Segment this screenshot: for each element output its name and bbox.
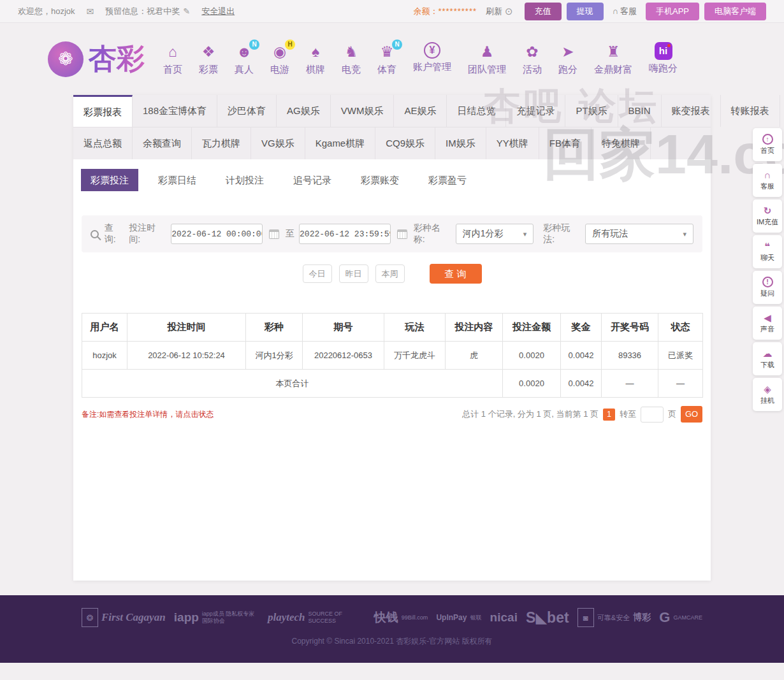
lottery-select[interactable]: 河内1分彩 ▾: [456, 224, 534, 244]
play-type-select[interactable]: 所有玩法 ▾: [585, 224, 693, 244]
nav-item-sports[interactable]: N ♛ 体育: [369, 42, 405, 76]
goto-label: 转至: [620, 409, 636, 420]
col-content: 投注内容: [446, 314, 503, 342]
cell-lottery: 河内1分彩: [246, 342, 303, 370]
tab-deposit-records[interactable]: 充提记录: [506, 95, 565, 127]
tab-kgame[interactable]: Kgame棋牌: [305, 127, 376, 159]
nav-item-egame[interactable]: H ◉ 电游: [262, 42, 298, 76]
withdraw-button[interactable]: 提现: [567, 3, 604, 20]
sidebar-item-chat[interactable]: ❝ 聊天: [753, 235, 782, 268]
meta-row: 备注:如需查看投注单详情，请点击状态 总计 1 个记录, 分为 1 页, 当前第…: [82, 406, 702, 423]
col-bet-time: 投注时间: [127, 314, 246, 342]
nav-item-wealth[interactable]: ♜ 金鼎财富: [586, 42, 641, 76]
tab-yy[interactable]: YY棋牌: [486, 127, 539, 159]
nav-item-paofen[interactable]: ➤ 跑分: [550, 42, 586, 76]
pc-client-button[interactable]: 电脑客户端: [704, 3, 766, 20]
nav-item-esports[interactable]: ♞ 电竞: [333, 42, 369, 76]
nav-item-hipaofen[interactable]: hi 嗨跑分: [641, 42, 686, 76]
goto-page-input[interactable]: [641, 407, 664, 423]
coin-icon: ¥: [424, 42, 440, 59]
tab-transfer-report[interactable]: 转账报表: [721, 95, 780, 127]
gift-icon: ✿: [526, 42, 538, 61]
go-button[interactable]: GO: [681, 406, 702, 423]
esports-icon: ♞: [345, 42, 358, 61]
logout-link[interactable]: 安全退出: [201, 6, 235, 17]
tab-ag[interactable]: AG娱乐: [277, 95, 331, 127]
sidebar-item-question[interactable]: ! 疑问: [753, 271, 782, 304]
tab-ae[interactable]: AE娱乐: [394, 95, 447, 127]
tab-vg[interactable]: VG娱乐: [251, 127, 305, 159]
customer-service-link[interactable]: ∩ 客服: [613, 6, 637, 17]
nav-item-team[interactable]: ♟ 团队管理: [460, 42, 514, 76]
tab-pt[interactable]: PT娱乐: [565, 95, 618, 127]
tab-cq9[interactable]: CQ9娱乐: [375, 127, 435, 159]
tab-bbin[interactable]: BBIN: [618, 95, 662, 127]
current-page-button[interactable]: 1: [603, 409, 615, 421]
calendar-icon[interactable]: [397, 229, 407, 239]
cell-bet-time: 2022-06-12 10:52:24: [127, 342, 246, 370]
tab-188bet[interactable]: 188金宝博体育: [133, 95, 217, 127]
tab-saba[interactable]: 沙巴体育: [217, 95, 277, 127]
subtab-lottery-change[interactable]: 彩票账变: [351, 169, 409, 191]
subtab-lottery-bets[interactable]: 彩票投注: [81, 169, 138, 191]
sidebar-item-home[interactable]: ↑ 首页: [753, 128, 782, 161]
today-button[interactable]: 今日: [303, 264, 332, 283]
tab-wali[interactable]: 瓦力棋牌: [192, 127, 251, 159]
tab-rebate-total[interactable]: 返点总额: [73, 127, 133, 159]
calendar-icon[interactable]: [269, 229, 279, 239]
tab-vwm[interactable]: VWM娱乐: [331, 95, 395, 127]
refresh-link[interactable]: 刷新: [486, 6, 502, 17]
site-logo[interactable]: ❁ 杏彩: [48, 40, 145, 78]
subtab-plan-bets[interactable]: 计划投注: [216, 169, 273, 191]
yesterday-button[interactable]: 昨日: [339, 264, 368, 283]
nav-item-lottery[interactable]: ❖ 彩票: [191, 42, 226, 76]
subtab-lottery-pnl[interactable]: 彩票盈亏: [419, 169, 476, 191]
tab-balance-query[interactable]: 余额查询: [133, 127, 192, 159]
nav-item-promo[interactable]: ✿ 活动: [514, 42, 550, 76]
main-nav: ⌂ 首页 ❖ 彩票 N ☻ 真人 H ◉ 电游 ♠ 棋牌 ♞: [155, 42, 686, 76]
cell-issue: 20220612-0653: [303, 342, 384, 370]
ticket-icon: ❖: [202, 42, 215, 61]
subtab-lottery-daily[interactable]: 彩票日结: [149, 169, 206, 191]
sidebar-item-idle[interactable]: ◈ 挂机: [753, 378, 782, 411]
cell-amount: 0.0020: [503, 342, 561, 370]
time-to-input[interactable]: [299, 224, 391, 244]
nav-item-home[interactable]: ⌂ 首页: [155, 42, 191, 76]
cell-prize: 0.0042: [561, 342, 602, 370]
week-button[interactable]: 本周: [375, 264, 405, 283]
subtab-chase-records[interactable]: 追号记录: [284, 169, 341, 191]
tab-im[interactable]: IM娱乐: [435, 127, 486, 159]
home-arrow-icon: ↑: [762, 134, 773, 145]
footer-logo-first-cagayan: ❂ First Cagayan: [82, 608, 166, 627]
sidebar-item-download[interactable]: ☁ 下载: [753, 342, 782, 375]
search-button[interactable]: 查 询: [430, 264, 482, 284]
tab-lottery-report[interactable]: 彩票报表: [73, 95, 133, 127]
button-row: 今日 昨日 本周 查 询: [73, 264, 711, 284]
nav-item-live[interactable]: N ☻ 真人: [226, 42, 262, 76]
tab-account-change[interactable]: 账变报表: [662, 95, 721, 127]
recharge-button[interactable]: 充值: [525, 3, 562, 20]
mail-icon[interactable]: ✉: [87, 6, 94, 17]
tab-daily-summary[interactable]: 日结总览: [447, 95, 506, 127]
bet-time-label: 投注时间:: [129, 222, 166, 245]
col-lottery: 彩种: [246, 314, 303, 342]
sidebar-item-sound[interactable]: ◀ 声音: [753, 307, 782, 340]
time-from-input[interactable]: [171, 224, 263, 244]
pagination-summary: 总计 1 个记录, 分为 1 页, 当前第 1 页: [462, 409, 599, 420]
tab-tetu[interactable]: 特兔棋牌: [592, 127, 651, 159]
mobile-app-button[interactable]: 手机APP: [646, 3, 699, 20]
nav-item-account[interactable]: ¥ 账户管理: [405, 42, 460, 76]
main-card: 彩票报表 188金宝博体育 沙巴体育 AG娱乐 VWM娱乐 AE娱乐 日结总览 …: [73, 95, 711, 581]
new-badge: N: [249, 40, 259, 50]
sidebar-item-im-recharge[interactable]: ↻ IM充值: [753, 199, 782, 233]
cell-play: 万千龙虎斗: [384, 342, 446, 370]
footer-logo-safe-gaming: ◙ 可靠&安全 博彩: [577, 608, 651, 627]
summary-amount: 0.0020: [503, 370, 561, 398]
lock-icon: ◙: [577, 608, 594, 627]
eye-icon[interactable]: ⊙: [505, 6, 513, 17]
tab-fb[interactable]: FB体育: [539, 127, 592, 159]
status-badge[interactable]: 已派奖: [658, 342, 703, 370]
nav-item-cards[interactable]: ♠ 棋牌: [298, 42, 333, 76]
sidebar-item-service[interactable]: ∩ 客服: [753, 164, 782, 197]
edit-icon[interactable]: ✎: [183, 6, 190, 16]
